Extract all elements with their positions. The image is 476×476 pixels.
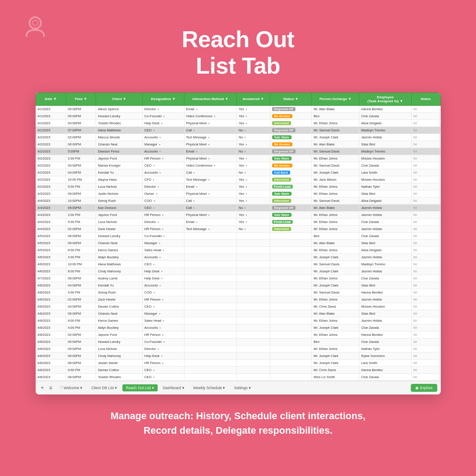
explore-button[interactable]: ◉ Explore [411, 384, 437, 392]
status-badge: Fresh Lead [272, 185, 293, 189]
table-row: 4/2/20235:00PMDawson PerezAccounts ▾Emai… [36, 148, 440, 155]
table-row: 4/8/202302:00PMZack HesterHR Person ▾Mr.… [36, 296, 440, 303]
status-badge: Sale Made [272, 135, 292, 139]
tab-dashboard[interactable]: Dashboard ▾ [159, 384, 188, 391]
menu-button[interactable]: ≡ [48, 384, 54, 392]
table-header-row: Date ▼ Time ▼ Client ▼ Designation ▼ Int… [36, 93, 440, 105]
table-row: 4/1/202309:00PMAlexis SpenceDirector ▾Em… [36, 105, 440, 112]
notes-value: Nil [413, 312, 417, 315]
notes-value: Nil [413, 249, 417, 252]
table-row: 4/6/202310:00 PMHana MatthewsCEO ▾Mr. Sa… [36, 260, 440, 268]
notes-value: Nil [413, 213, 417, 216]
table-row: 4/8/202305:00PMHoward LandryCo-Founder ▾… [36, 338, 440, 345]
spreadsheet-container: Date ▼ Time ▼ Client ▼ Designation ▼ Int… [36, 93, 441, 394]
notes-value: Nil [413, 122, 417, 125]
col-header-date[interactable]: Date ▼ [36, 93, 66, 105]
notes-value: Nil [413, 171, 417, 174]
notes-value: Nil [413, 354, 417, 357]
table-row: 4/8/20234:00 PMSemaj RushCOO ▾Mr. Samuel… [36, 289, 440, 296]
status-badge: Fresh Lead [272, 220, 293, 224]
col-header-time[interactable]: Time ▼ [66, 93, 96, 105]
table-row: 4/2/202306:00PMOrlando NealManager ▾Phys… [36, 141, 440, 148]
notes-value: Nil [413, 340, 417, 343]
notes-value: Nil [413, 199, 417, 202]
table-row: 4/8/20238:00 PMKierra GainesSales Head ▾… [36, 317, 440, 324]
table-row: 4/8/202308:00PMYoselin RhodesCEO ▾Miss L… [36, 373, 440, 380]
table-row: 4/4/20232:00 PMJayvion FordHR Person ▾Ph… [36, 211, 440, 218]
col-header-person[interactable]: Person Incharge ▼ [312, 93, 359, 105]
tab-weekly-schedule[interactable]: Weekly Schedule ▾ [190, 384, 229, 391]
col-header-notes[interactable]: Notes [411, 93, 440, 105]
table-row: 4/8/20239:00 PMDavian CollinsCEO ▾Mr. Ch… [36, 366, 440, 373]
tab-bar: + ≡ ♡ Welcome ▾ Client DB List ▾ Reach O… [36, 381, 441, 394]
notes-value: Nil [413, 277, 417, 280]
col-header-employee[interactable]: Employee(Task Assigned to) ▼ [359, 93, 411, 105]
table-row: 4/8/20234:00 PMAidyn BuckleyAccounts ▾Mr… [36, 324, 440, 331]
status-badge: Interested [272, 178, 291, 182]
notes-value: Nil [413, 192, 417, 195]
table-row: 4/8/202305:00PMLuca NicholsDirector ▾Mr.… [36, 345, 440, 352]
table-body: 4/1/202309:00PMAlexis SpenceDirector ▾Em… [36, 105, 440, 380]
notes-value: Nil [413, 319, 417, 322]
col-header-status[interactable]: Status ▼ [270, 93, 312, 105]
table-row: 4/2/202302:00PMMarcus WoodsAccounts ▾Tex… [36, 134, 440, 141]
notes-value: Nil [413, 361, 417, 364]
col-header-interaction[interactable]: Interaction Method ▼ [184, 93, 236, 105]
notes-value: Nil [413, 185, 417, 188]
col-header-designation[interactable]: Designation ▼ [142, 93, 184, 105]
notes-value: Nil [413, 376, 417, 379]
table-row: 4/6/20238:00 PMCindy MahoneyHelp Desk ▾M… [36, 268, 440, 275]
notes-value: Nil [413, 263, 417, 266]
notes-value: Nil [413, 298, 417, 301]
notes-value: Nil [413, 115, 417, 118]
status-badge: No Answer [272, 164, 292, 167]
page-title: Reach Out List Tab [182, 26, 295, 79]
table-row: 4/8/202304:00PMKendall YuAccounts ▾Mr. J… [36, 282, 440, 289]
status-badge: Interested [272, 199, 291, 203]
table-row: 4/4/20235:00 PMLuca NicholsDirector ▾Ema… [36, 218, 440, 225]
svg-point-0 [30, 17, 41, 29]
tab-welcome[interactable]: ♡ Welcome ▾ [56, 384, 86, 391]
svg-point-1 [33, 20, 38, 26]
table-row: 4/1/202307:00PMHana MatthewsCEO ▾Call ▾N… [36, 126, 440, 134]
notes-value: Nil [413, 284, 417, 287]
table-row: 4/5/20238:00 PMKierra GainesSales Head ▾… [36, 246, 440, 253]
notes-value: Nil [413, 157, 417, 160]
notes-value: Nil [413, 227, 417, 231]
notes-value: Nil [413, 234, 417, 238]
notes-value: Nil [413, 143, 417, 146]
status-badge: Sale Made [272, 156, 292, 160]
table-row: 4/8/202302:00PMJayvion FordHR Person ▾Mr… [36, 331, 440, 338]
status-badge: Sale Made [272, 213, 292, 217]
explore-icon: ◉ [415, 386, 419, 390]
heart-icon: ♡ [59, 386, 63, 390]
table-row: 4/2/20235:00 PMLuca NicholsDirector ▾Ema… [36, 183, 440, 190]
notes-value: Nil [413, 206, 417, 209]
notes-value: Nil [413, 129, 417, 132]
data-table: Date ▼ Time ▼ Client ▼ Designation ▼ Int… [36, 93, 441, 381]
status-badge: Interested [272, 121, 291, 125]
notes-value: Nil [413, 333, 417, 336]
table-row: 4/8/202306:00PMCindy MahoneyHelp Desk ▾M… [36, 352, 440, 359]
logo [22, 13, 48, 41]
table-row: 4/4/202310:00PMSemaj RushCOO ▾Call ▾Yes … [36, 197, 440, 204]
table-row: 4/6/20234:00 PMAidyn BuckleyAccounts ▾Mr… [36, 253, 440, 260]
add-sheet-button[interactable]: + [39, 384, 46, 392]
notes-value: Nil [413, 220, 417, 223]
status-badge: Disposed Off [272, 107, 296, 111]
col-header-client[interactable]: Client ▼ [96, 93, 142, 105]
notes-value: Nil [413, 178, 417, 181]
tab-client-db[interactable]: Client DB List ▾ [88, 384, 121, 391]
notes-value: Nil [413, 150, 417, 153]
notes-value: Nil [413, 270, 417, 273]
status-badge: No Answer [272, 142, 292, 146]
tab-settings[interactable]: Settings ▾ [230, 384, 254, 391]
status-badge: No Answer [272, 114, 292, 118]
notes-value: Nil [413, 164, 417, 167]
status-badge: Disposed Off [272, 128, 296, 132]
notes-value: Nil [413, 242, 417, 245]
notes-value: Nil [413, 368, 417, 372]
table-row: 4/3/202309:00PMJustin NicholsOwner ▾Phys… [36, 190, 440, 197]
col-header-answered[interactable]: Answered ▼ [236, 93, 270, 105]
tab-reach-out[interactable]: Reach Out List ▾ [122, 384, 158, 391]
